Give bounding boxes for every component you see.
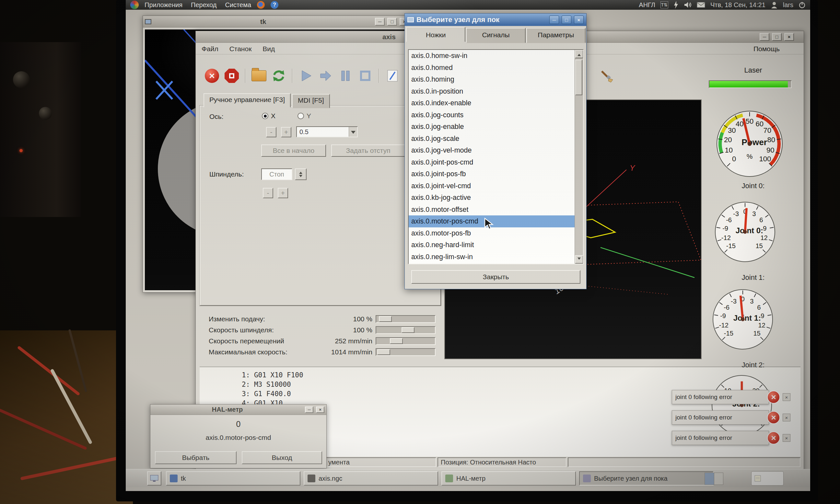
scroll-down-button[interactable] — [575, 255, 583, 264]
keyboard-switcher-icon[interactable]: Т⇅ — [661, 1, 668, 8]
minimize-button[interactable]: ─ — [305, 407, 313, 413]
reload-file-button[interactable] — [271, 68, 286, 84]
pin-list-scrollbar[interactable] — [575, 50, 583, 264]
minimize-button[interactable]: ─ — [375, 18, 385, 25]
dialog-tab[interactable]: Ножки — [406, 27, 466, 42]
keyboard-layout-indicator[interactable]: АНГЛ — [639, 1, 655, 9]
estop-button[interactable]: × — [204, 68, 220, 84]
minimize-button[interactable]: ─ — [549, 16, 559, 24]
slider-thumb[interactable] — [402, 327, 415, 333]
notification-close-button[interactable]: × — [783, 434, 790, 442]
menubar-item-help[interactable]: Помощь — [753, 45, 798, 53]
pin-list-item[interactable]: axis.0.joint-pos-fb — [409, 168, 575, 180]
toolpath-view-button[interactable] — [385, 68, 400, 84]
maximize-button[interactable]: □ — [772, 33, 782, 41]
run-program-button[interactable] — [298, 68, 314, 84]
dialog-tab[interactable]: Параметры — [526, 28, 585, 43]
open-file-button[interactable] — [251, 68, 267, 84]
speaker-icon[interactable] — [684, 1, 692, 8]
machine-power-button[interactable] — [224, 68, 240, 84]
spindle-state-box[interactable]: Стоп — [261, 168, 292, 180]
show-desktop-button[interactable] — [147, 471, 161, 486]
jog-increment-combo[interactable]: 0.5 — [296, 126, 358, 137]
axis-radio-x[interactable]: X — [262, 112, 276, 120]
scrollbar-thumb[interactable] — [575, 59, 582, 95]
spindle-plus-button[interactable]: + — [278, 188, 288, 198]
jog-minus-button[interactable]: - — [266, 127, 277, 137]
override-slider[interactable] — [375, 315, 436, 323]
workspace-inactive[interactable] — [714, 473, 723, 485]
panel-menu-item[interactable]: Система — [225, 1, 251, 9]
panel-menu-item[interactable]: Переход — [191, 1, 216, 9]
pin-list-item[interactable]: axis.0.index-enable — [409, 97, 575, 109]
pin-list-item[interactable]: axis.0.joint-vel-cmd — [409, 180, 575, 192]
help-icon[interactable]: ? — [270, 1, 278, 9]
taskbar-window-button[interactable]: HAL-метр — [441, 471, 576, 486]
slider-thumb[interactable] — [390, 338, 403, 344]
halmeter-select-button[interactable]: Выбрать — [155, 451, 237, 464]
halmeter-titlebar[interactable]: HAL-метр ─ × — [151, 404, 326, 415]
taskbar-window-button[interactable]: Выберите узел для пока — [579, 471, 714, 486]
menubar-item[interactable]: Станок — [229, 45, 252, 53]
pin-list-item[interactable]: axis.0.joint-pos-cmd — [409, 157, 575, 168]
panel-username[interactable]: lars — [783, 1, 793, 9]
slider-thumb[interactable] — [377, 349, 390, 355]
tk-titlebar[interactable]: tk ─ □ × — [143, 16, 411, 28]
maximize-button[interactable]: □ — [387, 18, 397, 25]
battery-bolt-icon[interactable] — [673, 1, 679, 9]
taskbar-window-button[interactable]: tk — [166, 471, 300, 486]
taskbar-window-button[interactable]: axis.ngc — [304, 471, 438, 486]
pin-list-item[interactable]: axis.0.motor-offset — [409, 204, 575, 216]
axis-tab[interactable]: Ручное управление [F3] — [204, 93, 291, 108]
close-button[interactable]: × — [574, 16, 584, 24]
override-slider[interactable] — [375, 337, 436, 345]
power-icon[interactable] — [799, 1, 806, 8]
pin-list-item[interactable]: axis.0.neg-hard-limit — [409, 239, 575, 251]
axis-tab[interactable]: MDI [F5] — [292, 94, 330, 108]
maximize-button[interactable]: □ — [562, 16, 571, 24]
jog-plus-button[interactable]: + — [281, 127, 291, 137]
pin-list-item[interactable]: axis.0.home-sw-in — [409, 50, 575, 62]
close-button[interactable]: × — [784, 33, 794, 41]
menubar-item[interactable]: Файл — [202, 45, 218, 53]
firefox-icon[interactable] — [257, 1, 265, 9]
pin-list-item[interactable]: axis.0.jog-scale — [409, 133, 575, 145]
halmeter-exit-button[interactable]: Выход — [242, 451, 322, 464]
menubar-item[interactable]: Вид — [262, 45, 275, 53]
workspace-active[interactable] — [705, 473, 714, 485]
clear-backplot-button[interactable] — [599, 69, 615, 84]
mail-icon[interactable] — [697, 2, 705, 8]
pause-program-button[interactable] — [338, 68, 353, 84]
pin-list-item[interactable]: axis.0.homing — [409, 73, 575, 86]
dialog-close-button[interactable]: Закрыть — [411, 270, 580, 284]
step-program-button[interactable] — [318, 68, 333, 84]
notification-close-button[interactable]: × — [783, 414, 790, 421]
pin-list-item[interactable]: axis.0.neg-lim-sw-in — [409, 251, 575, 263]
override-slider[interactable] — [375, 326, 436, 334]
spindle-minus-button[interactable]: - — [263, 188, 273, 198]
distro-menu-icon[interactable] — [130, 1, 139, 9]
axis-radio-y[interactable]: Y — [298, 112, 311, 120]
panel-menu-item[interactable]: Приложения — [144, 1, 182, 9]
pin-list-item[interactable]: axis.0.in-position — [409, 86, 575, 97]
touch-off-button[interactable]: Задать отступ — [331, 144, 405, 157]
workspace-pager[interactable] — [704, 472, 723, 485]
stop-program-button[interactable] — [357, 68, 373, 84]
scroll-up-button[interactable] — [575, 50, 583, 58]
pin-list-item[interactable]: axis.0.homed — [409, 62, 575, 74]
user-icon[interactable] — [771, 1, 778, 8]
pin-list-item[interactable]: axis.0.kb-jog-active — [409, 192, 575, 204]
tray-applet[interactable] — [751, 471, 784, 486]
close-button[interactable]: × — [316, 407, 325, 413]
spindle-spinner[interactable] — [295, 168, 307, 180]
pin-list-item[interactable]: axis.0.jog-counts — [409, 109, 575, 121]
panel-clock[interactable]: Чтв, 18 Сен, 14:21 — [711, 1, 766, 9]
dialog-titlebar[interactable]: Выберите узел для пок ─ □ × — [405, 14, 586, 26]
home-all-button[interactable]: Все в начало — [261, 144, 326, 157]
notification-close-button[interactable]: × — [783, 393, 790, 401]
override-slider[interactable] — [375, 348, 436, 356]
pin-list-item[interactable]: axis.0.jog-vel-mode — [409, 144, 575, 157]
pin-list-item[interactable]: axis.0.jog-enable — [409, 121, 575, 133]
minimize-button[interactable]: ─ — [759, 33, 769, 41]
slider-thumb[interactable] — [379, 316, 392, 322]
